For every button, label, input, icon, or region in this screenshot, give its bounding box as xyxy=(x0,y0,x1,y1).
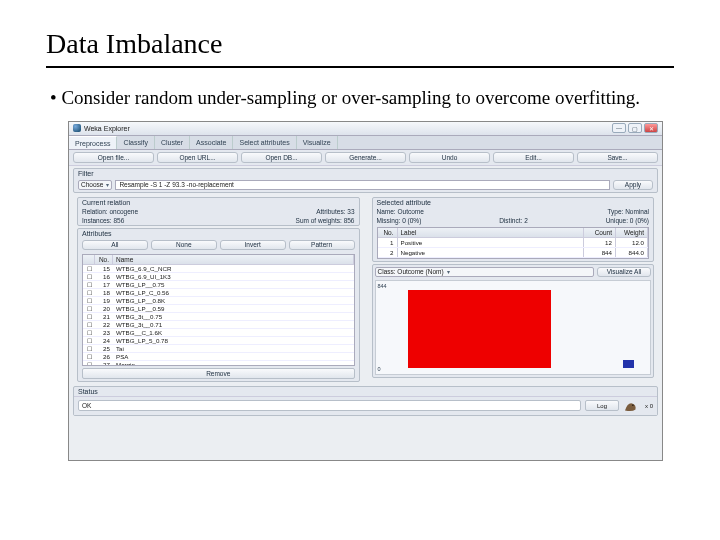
current-relation-title: Current relation xyxy=(78,198,359,207)
filter-choose-button[interactable]: Choose▾ xyxy=(78,180,112,190)
tab-cluster[interactable]: Cluster xyxy=(155,136,190,149)
selected-attr-title: Selected attribute xyxy=(373,198,654,207)
tab-bar: Preprocess Classify Cluster Associate Se… xyxy=(69,136,662,150)
y-tick: 844 xyxy=(378,283,387,289)
table-row: 1Positive1212.0 xyxy=(378,238,649,248)
table-row[interactable]: ☐15WTBG_6.9_C_NCR xyxy=(83,265,354,273)
tab-visualize[interactable]: Visualize xyxy=(297,136,338,149)
status-count: x 0 xyxy=(645,403,653,409)
attr-none-button[interactable]: None xyxy=(151,240,217,250)
weka-bird-icon xyxy=(623,399,641,413)
filter-text-field[interactable]: Resample -S 1 -Z 93.3 -no-replacement xyxy=(115,180,610,190)
table-row[interactable]: ☐24WTBG_LP_5_0.78 xyxy=(83,337,354,345)
table-row[interactable]: ☐25Tai xyxy=(83,345,354,353)
relation-kv: Relation: oncogene xyxy=(78,207,142,216)
slide-bullet: • Consider random under-sampling or over… xyxy=(46,86,674,111)
attributes-kv: Attributes: 33 xyxy=(312,207,358,216)
instances-kv: Instances: 856 xyxy=(78,216,128,225)
y-tick: 0 xyxy=(378,366,381,372)
attributes-title: Attributes xyxy=(78,229,359,238)
weka-window: Weka Explorer — ▢ ✕ Preprocess Classify … xyxy=(68,121,663,461)
attr-invert-button[interactable]: Invert xyxy=(220,240,286,250)
table-row[interactable]: ☐20WTBG_LP__0.59 xyxy=(83,305,354,313)
sa-type: Type: Nominal xyxy=(603,207,653,216)
class-combo[interactable]: Class: Outcome (Nom)▾ xyxy=(375,267,595,277)
toolbar: Open file... Open URL... Open DB... Gene… xyxy=(69,150,662,166)
svg-point-0 xyxy=(632,404,633,405)
attr-all-button[interactable]: All xyxy=(82,240,148,250)
sa-distinct: Distinct: 2 xyxy=(495,216,532,225)
undo-button[interactable]: Undo xyxy=(409,152,490,163)
tab-associate[interactable]: Associate xyxy=(190,136,233,149)
slide-title: Data Imbalance xyxy=(46,28,674,60)
window-title: Weka Explorer xyxy=(84,125,610,132)
attr-pattern-button[interactable]: Pattern xyxy=(289,240,355,250)
minimize-button[interactable]: — xyxy=(612,123,626,133)
table-row[interactable]: ☐26PSA xyxy=(83,353,354,361)
sa-missing: Missing: 0 (0%) xyxy=(373,216,426,225)
tab-preprocess[interactable]: Preprocess xyxy=(69,136,117,149)
table-row[interactable]: ☐21WTBG_3t__0.75 xyxy=(83,313,354,321)
chevron-down-icon: ▾ xyxy=(447,268,450,275)
bar-positive xyxy=(408,290,551,368)
app-icon xyxy=(73,124,81,132)
remove-button[interactable]: Remove xyxy=(82,368,355,379)
open-url-button[interactable]: Open URL... xyxy=(157,152,238,163)
maximize-button[interactable]: ▢ xyxy=(628,123,642,133)
status-panel: Status OK Log x 0 xyxy=(73,386,658,416)
table-row[interactable]: ☐16WTBG_6.9_UI_1K3 xyxy=(83,273,354,281)
table-row[interactable]: ☐23WTBG__C_1.6K xyxy=(83,329,354,337)
tab-classify[interactable]: Classify xyxy=(117,136,155,149)
selected-attr-panel: Selected attribute Name: Outcome Type: N… xyxy=(372,197,655,262)
titlebar: Weka Explorer — ▢ ✕ xyxy=(69,122,662,136)
viz-panel: Class: Outcome (Nom)▾ Visualize All 844 … xyxy=(372,264,655,378)
close-button[interactable]: ✕ xyxy=(644,123,658,133)
tab-select-attributes[interactable]: Select attributes xyxy=(233,136,296,149)
attributes-panel: Attributes All None Invert Pattern No.Na… xyxy=(77,228,360,382)
save-button[interactable]: Save... xyxy=(577,152,658,163)
filter-panel: Filter Choose▾ Resample -S 1 -Z 93.3 -no… xyxy=(73,168,658,193)
filter-label: Filter xyxy=(74,169,657,178)
visualize-all-button[interactable]: Visualize All xyxy=(597,267,651,277)
status-title: Status xyxy=(74,387,657,396)
generate-button[interactable]: Generate... xyxy=(325,152,406,163)
status-message: OK xyxy=(78,400,581,411)
sa-name: Name: Outcome xyxy=(373,207,428,216)
filter-apply-button[interactable]: Apply xyxy=(613,180,653,190)
sa-unique: Unique: 0 (0%) xyxy=(602,216,653,225)
table-row[interactable]: ☐17WTBG_LP__0.75 xyxy=(83,281,354,289)
bar-negative xyxy=(623,360,634,368)
label-table: No.LabelCountWeight 1Positive1212.02Nega… xyxy=(377,227,650,259)
table-row[interactable]: ☐27Margin xyxy=(83,361,354,366)
attribute-list[interactable]: No.Name ☐15WTBG_6.9_C_NCR☐16WTBG_6.9_UI_… xyxy=(82,254,355,366)
title-rule xyxy=(46,66,674,68)
sumweights-kv: Sum of weights: 856 xyxy=(292,216,359,225)
attribute-histogram: 844 0 xyxy=(375,280,652,375)
table-row[interactable]: ☐22WTBG_3t__0.71 xyxy=(83,321,354,329)
chevron-down-icon: ▾ xyxy=(106,181,109,188)
table-row[interactable]: ☐18WTBG_LP_C_0.56 xyxy=(83,289,354,297)
table-row: 2Negative844844.0 xyxy=(378,248,649,258)
current-relation-panel: Current relation Relation: oncogene Attr… xyxy=(77,197,360,226)
open-file-button[interactable]: Open file... xyxy=(73,152,154,163)
edit-button[interactable]: Edit... xyxy=(493,152,574,163)
open-db-button[interactable]: Open DB... xyxy=(241,152,322,163)
table-row[interactable]: ☐19WTBG_LP__0.8K xyxy=(83,297,354,305)
log-button[interactable]: Log xyxy=(585,400,619,411)
